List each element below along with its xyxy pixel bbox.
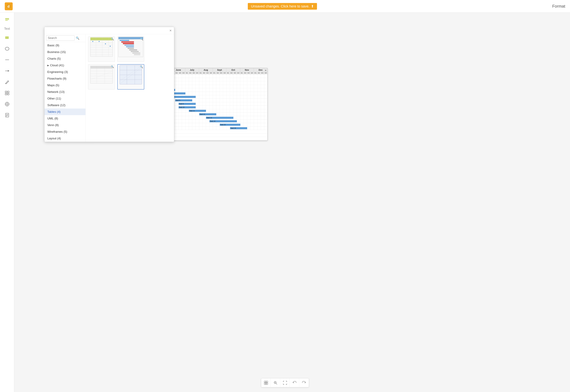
cloud-arrow-icon: ▶ [47, 64, 49, 67]
sidebar-item-line[interactable] [3, 56, 11, 64]
svg-rect-45 [129, 49, 137, 50]
svg-rect-47 [132, 53, 140, 54]
fit-page-button[interactable] [280, 378, 290, 387]
category-software-label: Software (12) [47, 103, 65, 107]
format-label[interactable]: Format [552, 4, 565, 9]
svg-point-36 [110, 46, 111, 47]
sidebar-item-arrow[interactable] [3, 67, 11, 75]
category-other[interactable]: Other (11) [44, 95, 86, 102]
category-cloud[interactable]: ▶ Cloud (41) [44, 62, 86, 69]
app-logo[interactable]: d [5, 2, 13, 10]
svg-rect-12 [5, 93, 7, 95]
dialog-close-button[interactable]: × [169, 29, 172, 32]
svg-rect-73 [264, 383, 266, 385]
svg-rect-74 [266, 383, 268, 385]
category-basic[interactable]: Basic (9) [44, 42, 86, 49]
svg-rect-2 [5, 18, 9, 19]
category-software[interactable]: Software (12) [44, 102, 86, 109]
template-thumb-3[interactable]: 🔍 [88, 64, 115, 90]
sidebar-item-oval[interactable] [3, 45, 11, 53]
svg-rect-40 [121, 42, 134, 42]
category-maps[interactable]: Maps (5) [44, 82, 86, 89]
search-input[interactable] [46, 35, 74, 41]
category-engineering[interactable]: Engineering (3) [44, 69, 86, 75]
category-wireframes[interactable]: Wireframes (5) [44, 128, 86, 135]
save-icon: ⬆ [311, 4, 314, 8]
svg-rect-46 [131, 51, 139, 52]
gantt-bar-task-15: Task 15 [220, 124, 240, 126]
category-charts[interactable]: Charts (5) [44, 55, 86, 62]
month-nov: Nov [240, 68, 254, 72]
unsaved-banner[interactable]: Unsaved changes. Click here to save. ⬆ [248, 3, 317, 10]
svg-text:d: d [7, 4, 10, 8]
grid-toggle-button[interactable] [261, 378, 271, 387]
month-aug: Aug [199, 68, 213, 72]
sidebar-item-pen[interactable] [3, 78, 11, 86]
category-layout[interactable]: Layout (4) [44, 135, 86, 142]
gantt-bar-task-12: Task 12 [199, 113, 216, 115]
category-network[interactable]: Network (13) [44, 89, 86, 95]
dialog-header: × [44, 27, 174, 34]
category-business-label: Business (15) [47, 50, 66, 54]
category-basic-label: Basic (9) [47, 44, 59, 47]
sidebar-item-text[interactable] [3, 16, 11, 24]
template-thumb-4[interactable]: 🔍 [117, 64, 144, 90]
category-other-label: Other (11) [47, 97, 61, 100]
category-business[interactable]: Business (15) [44, 49, 86, 55]
svg-rect-52 [90, 66, 113, 83]
svg-rect-5 [5, 36, 9, 39]
zoom-in-button[interactable] [271, 378, 280, 387]
svg-point-34 [99, 41, 100, 42]
sidebar-item-shape[interactable] [3, 34, 11, 42]
svg-line-76 [276, 383, 277, 384]
category-uml-label: UML (8) [47, 117, 58, 120]
category-uml[interactable]: UML (8) [44, 115, 86, 122]
category-tables[interactable]: Tables (4) [44, 109, 86, 115]
svg-rect-3 [5, 19, 9, 20]
unsaved-text: Unsaved changes. Click here to save. [251, 4, 309, 8]
zoom-icon-2: 🔍 [140, 38, 143, 41]
svg-rect-4 [5, 20, 8, 21]
category-cloud-label: Cloud (41) [50, 64, 64, 67]
undo-button[interactable] [290, 378, 299, 387]
category-flowcharts[interactable]: Flowcharts (9) [44, 75, 86, 82]
gantt-bar-task-8: Task 8 [175, 99, 192, 101]
gantt-close-button[interactable]: × [265, 69, 266, 72]
month-sept: Sept [213, 68, 227, 72]
svg-rect-44 [128, 48, 134, 49]
svg-rect-13 [7, 93, 9, 95]
template-thumb-2[interactable]: 🔍 [117, 37, 144, 62]
sidebar-item-import[interactable] [3, 111, 11, 119]
svg-rect-22 [90, 38, 113, 40]
category-venn[interactable]: Venn (8) [44, 122, 86, 128]
left-sidebar: Text [0, 13, 14, 392]
template-thumb-1[interactable]: 🔍 [88, 37, 115, 62]
zoom-icon-3: 🔍 [111, 65, 114, 68]
sidebar-item-templates[interactable] [3, 100, 11, 108]
top-bar-left: d [5, 2, 13, 10]
svg-point-33 [92, 41, 93, 42]
gantt-bar-task-11: Task 11 [189, 110, 206, 112]
template-dialog: × 🔍 Basic (9) Business (15) Charts (5) ▶… [44, 27, 174, 142]
svg-rect-39 [120, 40, 129, 41]
text-label: Text [4, 27, 10, 30]
category-maps-label: Maps (5) [47, 84, 59, 87]
redo-button[interactable] [299, 378, 309, 387]
category-venn-label: Venn (8) [47, 123, 59, 127]
svg-rect-38 [118, 37, 143, 39]
svg-rect-42 [124, 45, 134, 46]
month-july: July [185, 68, 199, 72]
svg-point-6 [5, 47, 9, 50]
dialog-body: 🔍 Basic (9) Business (15) Charts (5) ▶ C… [44, 34, 174, 142]
svg-rect-11 [7, 91, 9, 93]
bottom-toolbar [261, 378, 309, 387]
gantt-bar-task-14: Task 14 [209, 120, 237, 122]
zoom-icon-4: 🔍 [140, 65, 143, 68]
top-bar: d Unsaved changes. Click here to save. ⬆… [0, 0, 570, 13]
month-oct: Oct [226, 68, 240, 72]
category-layout-label: Layout (4) [47, 137, 61, 140]
zoom-icon-1: 🔍 [111, 38, 114, 41]
sidebar-item-insert[interactable] [3, 89, 11, 97]
gantt-bar-task-16: Task 16 [230, 127, 247, 129]
svg-rect-43 [126, 46, 134, 47]
